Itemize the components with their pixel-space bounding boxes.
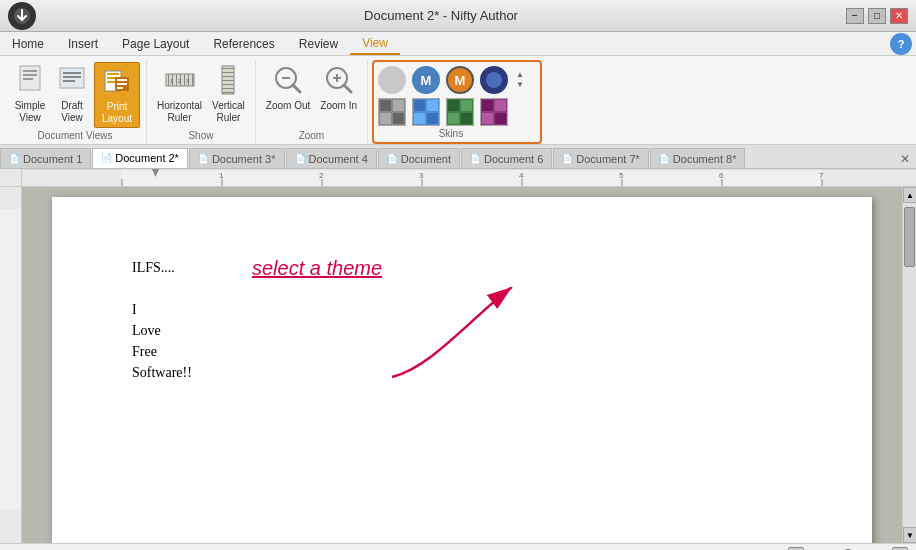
print-layout-icon <box>101 65 133 99</box>
zoom-out-label: Zoom Out <box>266 100 310 111</box>
svg-rect-14 <box>117 79 127 81</box>
zoom-buttons: Zoom Out Zoom In <box>262 60 361 128</box>
skin-sq1-button[interactable] <box>378 98 406 126</box>
menu-insert[interactable]: Insert <box>56 32 110 55</box>
scrollbar-thumb[interactable] <box>904 207 915 267</box>
svg-rect-8 <box>63 80 75 82</box>
simple-view-icon <box>16 64 44 98</box>
svg-rect-33 <box>222 84 234 85</box>
help-button[interactable]: ? <box>890 33 912 55</box>
horizontal-ruler-button[interactable]: 1 2 3 HorizontalRuler <box>153 62 206 126</box>
skin-gray-button[interactable] <box>378 66 406 94</box>
tab-doc6[interactable]: 📄 Document 6 <box>461 148 552 168</box>
doc8-icon: 📄 <box>659 154 670 164</box>
skin-orange-button[interactable]: M <box>446 66 474 94</box>
scrollbar-up-button[interactable]: ▲ <box>903 187 916 203</box>
ribbon-group-document-views: SimpleView DraftView <box>4 60 147 144</box>
svg-rect-2 <box>23 70 37 72</box>
svg-text:2: 2 <box>178 78 181 84</box>
ribbon-group-zoom: Zoom Out Zoom In Zoom <box>256 60 368 144</box>
main-content-area: ILFS.... I Love Free Software!! select a… <box>0 187 916 543</box>
tab-doc8[interactable]: 📄 Document 8* <box>650 148 746 168</box>
svg-rect-16 <box>117 87 123 89</box>
zoom-in-icon <box>323 64 355 98</box>
tab-doc1[interactable]: 📄 Document 1 <box>0 148 91 168</box>
tab-doc8-label: Document 8* <box>673 153 737 165</box>
svg-rect-29 <box>222 68 234 69</box>
skins-scroll: ▲ ▼ <box>516 71 524 89</box>
skin-sq2-button[interactable] <box>412 98 440 126</box>
svg-rect-44 <box>122 169 822 186</box>
menu-home[interactable]: Home <box>0 32 56 55</box>
skin-sq3-button[interactable] <box>446 98 474 126</box>
zoom-plus-button[interactable]: + <box>892 547 908 551</box>
svg-rect-6 <box>63 72 81 74</box>
skin-darkblue-button[interactable] <box>480 66 508 94</box>
zoom-minus-button[interactable]: − <box>788 547 804 551</box>
window-controls: − □ ✕ <box>846 8 908 24</box>
print-layout-button[interactable]: PrintLayout <box>94 62 140 128</box>
svg-text:3: 3 <box>419 171 424 180</box>
scroll-up-button[interactable]: ▲ <box>516 71 524 79</box>
doc-line-5: Software!! <box>132 362 792 383</box>
skins-bottom-row <box>378 98 524 126</box>
svg-rect-12 <box>107 81 115 83</box>
tab-doc5[interactable]: 📄 Document <box>378 148 460 168</box>
menu-review[interactable]: Review <box>287 32 350 55</box>
tab-doc3[interactable]: 📄 Document 3* <box>189 148 285 168</box>
doc-line-2: I <box>132 299 792 320</box>
doc-line-4: Free <box>132 341 792 362</box>
skin-blue-button[interactable]: M <box>412 66 440 94</box>
doc5-icon: 📄 <box>387 154 398 164</box>
close-button[interactable]: ✕ <box>890 8 908 24</box>
zoom-label: Zoom <box>299 128 325 144</box>
svg-text:6: 6 <box>719 171 724 180</box>
document-area[interactable]: ILFS.... I Love Free Software!! select a… <box>22 187 902 543</box>
vertical-ruler <box>0 187 22 543</box>
tab-doc7[interactable]: 📄 Document 7* <box>553 148 649 168</box>
tab-doc7-label: Document 7* <box>576 153 640 165</box>
ruler-corner <box>0 169 22 187</box>
menu-view[interactable]: View <box>350 32 400 55</box>
svg-rect-3 <box>23 74 37 76</box>
minimize-button[interactable]: − <box>846 8 864 24</box>
svg-rect-31 <box>222 76 234 77</box>
draft-view-button[interactable]: DraftView <box>52 62 92 126</box>
menu-page-layout[interactable]: Page Layout <box>110 32 201 55</box>
doc1-icon: 📄 <box>9 154 20 164</box>
ruler-bar: 1 2 3 4 5 6 7 <box>0 169 916 187</box>
zoom-out-icon <box>272 64 304 98</box>
menu-references[interactable]: References <box>201 32 286 55</box>
svg-rect-24 <box>192 74 193 86</box>
app-logo <box>8 2 36 30</box>
tab-doc2[interactable]: 📄 Document 2* <box>92 148 188 168</box>
svg-text:3: 3 <box>186 78 189 84</box>
ribbon-group-show: 1 2 3 HorizontalRuler <box>147 60 256 144</box>
window-title: Document 2* - Nifty Author <box>36 8 846 23</box>
skins-section: M M ▲ ▼ <box>372 60 542 144</box>
zoom-in-button[interactable]: Zoom In <box>316 62 361 113</box>
doc3-icon: 📄 <box>198 154 209 164</box>
skin-sq4-button[interactable] <box>480 98 508 126</box>
vertical-scrollbar[interactable]: ▲ ▼ <box>902 187 916 543</box>
close-all-tabs-button[interactable]: ✕ <box>894 150 916 168</box>
draft-view-label: DraftView <box>61 100 83 124</box>
vertical-ruler-button[interactable]: VerticalRuler <box>208 62 249 126</box>
maximize-button[interactable]: □ <box>868 8 886 24</box>
simple-view-button[interactable]: SimpleView <box>10 62 50 126</box>
tab-doc3-label: Document 3* <box>212 153 276 165</box>
svg-text:1: 1 <box>219 171 224 180</box>
show-buttons: 1 2 3 HorizontalRuler <box>153 60 249 128</box>
vertical-ruler-label: VerticalRuler <box>212 100 245 124</box>
svg-text:7: 7 <box>819 171 824 180</box>
zoom-in-label: Zoom In <box>320 100 357 111</box>
svg-line-38 <box>293 85 300 92</box>
svg-rect-34 <box>222 88 234 89</box>
zoom-out-button[interactable]: Zoom Out <box>262 62 314 113</box>
skins-label: Skins <box>378 126 524 142</box>
svg-text:1: 1 <box>170 78 173 84</box>
scrollbar-down-button[interactable]: ▼ <box>903 527 916 543</box>
tab-doc4[interactable]: 📄 Document 4 <box>286 148 377 168</box>
scroll-down-button[interactable]: ▼ <box>516 81 524 89</box>
scrollbar-track <box>903 203 916 527</box>
